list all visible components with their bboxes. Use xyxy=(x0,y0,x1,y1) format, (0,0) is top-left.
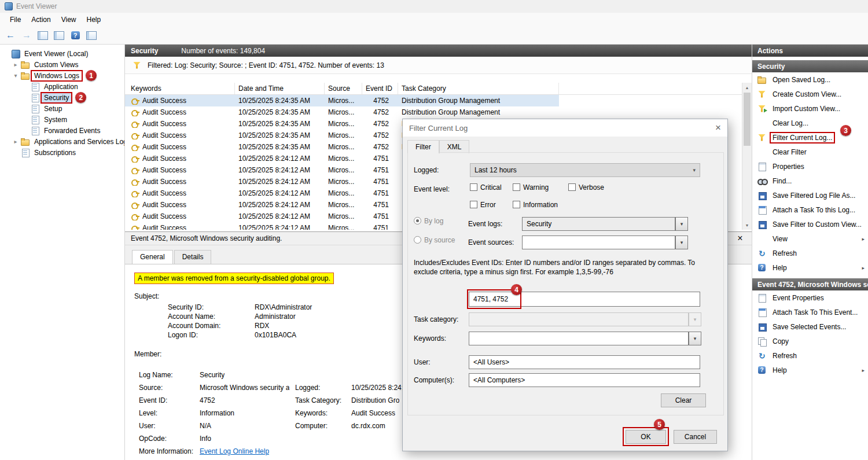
clear-button[interactable]: Clear xyxy=(661,393,706,407)
by-log-option[interactable]: By log xyxy=(414,216,443,225)
action-import-custom-view[interactable]: Import Custom View... xyxy=(752,101,868,116)
tree-item-subscriptions[interactable]: Subscriptions xyxy=(0,147,124,158)
tree-item-applications-and-services-log[interactable]: ▸Applications and Services Log xyxy=(0,136,124,147)
menu-action[interactable]: Action xyxy=(26,14,56,25)
checkbox-critical[interactable]: Critical xyxy=(470,183,502,192)
tree-item-custom-views[interactable]: ▸Custom Views xyxy=(0,59,124,70)
column-header-source[interactable]: Source xyxy=(325,83,362,94)
cell-keywords: Audit Success xyxy=(127,189,235,197)
action-copy[interactable]: Copy xyxy=(752,334,868,348)
chevron-collapsed-icon[interactable]: ▸ xyxy=(12,138,19,145)
chevron-expanded-icon[interactable]: ▾ xyxy=(12,72,19,79)
action-open-saved-log[interactable]: Open Saved Log... xyxy=(752,72,868,87)
event-row[interactable]: Audit Success10/25/2025 8:24:35 AMMicros… xyxy=(125,106,559,118)
log-icon xyxy=(31,116,40,124)
action-item-label: Save Selected Events... xyxy=(771,322,848,332)
menu-file[interactable]: File xyxy=(5,14,26,25)
by-source-option[interactable]: By source xyxy=(414,235,455,244)
show-action-pane-button[interactable] xyxy=(86,30,97,41)
by-source-radio[interactable] xyxy=(414,236,421,244)
action-view[interactable]: View▸ xyxy=(752,231,868,246)
action-save-filter-to-custom-view[interactable]: Save Filter to Custom View... xyxy=(752,217,868,231)
export-list-button[interactable] xyxy=(53,30,65,41)
tree-item-forwarded-events[interactable]: Forwarded Events xyxy=(0,125,124,136)
column-header-keywords[interactable]: Keywords xyxy=(127,83,235,94)
action-properties[interactable]: Properties xyxy=(752,159,868,174)
forward-button[interactable] xyxy=(21,30,32,41)
vertical-scrollbar[interactable] xyxy=(742,83,752,230)
checkbox-warning[interactable]: Warning xyxy=(513,183,549,192)
tree-item-event-viewer-local[interactable]: Event Viewer (Local) xyxy=(0,48,124,59)
event-logs-dropdown-button[interactable] xyxy=(675,217,688,231)
event-ids-input[interactable]: 4751, 4752 xyxy=(469,292,700,307)
cancel-button[interactable]: Cancel xyxy=(674,430,717,444)
event-sources-dropdown-button[interactable] xyxy=(675,235,688,249)
keywords-text: Audit Success xyxy=(142,201,186,209)
keywords-dropdown-button[interactable] xyxy=(689,332,701,345)
action-save-selected-events[interactable]: Save Selected Events... xyxy=(752,319,868,334)
event-row[interactable]: Audit Success10/25/2025 8:24:35 AMMicros… xyxy=(125,95,559,106)
by-log-radio[interactable] xyxy=(414,217,421,225)
close-preview-icon[interactable] xyxy=(734,233,746,244)
keywords-text: Audit Success xyxy=(142,166,186,174)
audit-success-key-icon xyxy=(131,155,140,162)
checkbox-information[interactable]: Information xyxy=(513,200,558,209)
root-icon xyxy=(11,50,20,58)
show-console-tree-button[interactable] xyxy=(37,30,49,41)
back-button[interactable] xyxy=(5,30,16,41)
copy-icon xyxy=(757,337,767,345)
tree-item-system[interactable]: System xyxy=(0,114,124,125)
action-help[interactable]: Help▸ xyxy=(752,260,868,275)
action-find[interactable]: Find... xyxy=(752,174,868,188)
action-refresh[interactable]: Refresh xyxy=(752,348,868,363)
section-header-event-4752-microsoft-windows-sec[interactable]: Event 4752, Microsoft Windows sec xyxy=(752,278,868,290)
column-header-date-and-time[interactable]: Date and Time xyxy=(235,83,325,94)
help-button[interactable] xyxy=(69,30,81,41)
action-help[interactable]: Help▸ xyxy=(752,363,868,377)
toolbar xyxy=(0,27,868,45)
computers-input[interactable]: <All Computers> xyxy=(469,373,700,387)
checkbox-error[interactable]: Error xyxy=(470,200,496,209)
tree-item-application[interactable]: Application xyxy=(0,81,124,92)
action-clear-filter[interactable]: Clear Filter xyxy=(752,145,868,159)
column-header-event-id[interactable]: Event ID xyxy=(362,83,398,94)
tree-item-windows-logs[interactable]: ▾Windows Logs1 xyxy=(0,70,124,81)
event-sources-field[interactable] xyxy=(522,235,675,249)
section-header-security[interactable]: Security xyxy=(752,60,868,72)
tab-general[interactable]: General xyxy=(132,250,173,264)
dialog-close-icon[interactable] xyxy=(715,122,721,134)
tree-item-label: Application xyxy=(42,82,80,91)
action-save-filtered-log-file-as[interactable]: Save Filtered Log File As... xyxy=(752,188,868,203)
dialog-tab-xml[interactable]: XML xyxy=(439,140,470,153)
column-header-task-category[interactable]: Task Category xyxy=(398,83,559,94)
scroll-down-icon[interactable] xyxy=(742,220,752,230)
keywords-field[interactable] xyxy=(469,332,689,345)
scroll-up-icon[interactable] xyxy=(742,83,752,92)
event-log-online-help-link[interactable]: Event Log Online Help xyxy=(200,447,269,455)
keywords-text: Audit Success xyxy=(142,224,186,230)
scroll-thumb[interactable] xyxy=(744,93,751,146)
action-create-custom-view[interactable]: Create Custom View... xyxy=(752,87,868,101)
logged-dropdown[interactable]: Last 12 hours xyxy=(470,163,700,177)
action-event-properties[interactable]: Event Properties xyxy=(752,290,868,305)
action-attach-task-to-this-event[interactable]: Attach Task To This Event... xyxy=(752,305,868,319)
tree-item-security[interactable]: Security2 xyxy=(0,92,124,103)
action-refresh[interactable]: Refresh xyxy=(752,246,868,260)
action-attach-a-task-to-this-log[interactable]: Attach a Task To this Log... xyxy=(752,203,868,217)
action-filter-current-log[interactable]: Filter Current Log...3 xyxy=(752,130,868,145)
actions-list: SecurityOpen Saved Log...Create Custom V… xyxy=(752,60,868,377)
cell-task-category: Distribution Group Management xyxy=(398,108,559,116)
menu-view[interactable]: View xyxy=(56,14,82,25)
tab-details[interactable]: Details xyxy=(174,250,212,264)
ok-button[interactable]: OK xyxy=(626,430,666,444)
event-logs-field[interactable]: Security xyxy=(522,217,675,231)
tree-item-setup[interactable]: Setup xyxy=(0,103,124,114)
dialog-tab-filter[interactable]: Filter xyxy=(407,140,439,153)
menu-help[interactable]: Help xyxy=(82,14,106,25)
checkbox-box xyxy=(470,201,477,208)
event-count: Number of events: 149,804 xyxy=(181,47,265,55)
checkbox-verbose[interactable]: Verbose xyxy=(568,183,604,192)
action-item-label: Open Saved Log... xyxy=(771,75,832,84)
user-input[interactable]: <All Users> xyxy=(469,355,700,369)
chevron-collapsed-icon[interactable]: ▸ xyxy=(12,61,19,68)
